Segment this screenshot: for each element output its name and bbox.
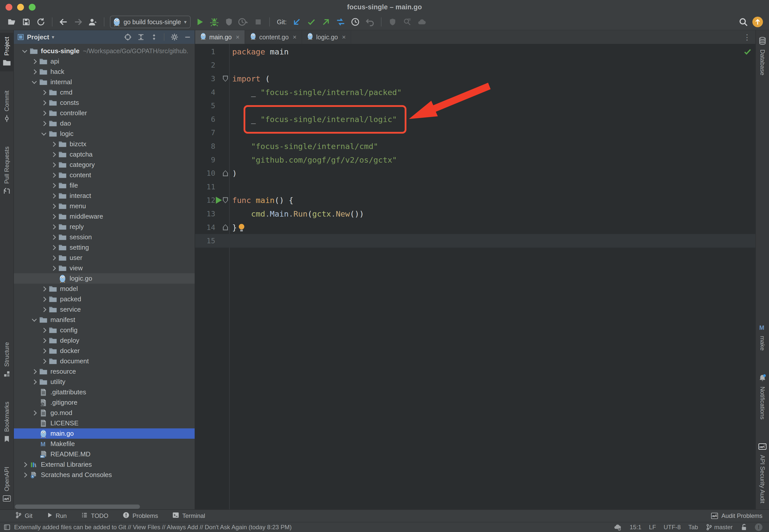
fold-marker-icon[interactable] bbox=[223, 197, 228, 203]
search-icon[interactable] bbox=[738, 16, 749, 27]
close-icon[interactable]: × bbox=[342, 33, 346, 41]
chevron-right-icon[interactable] bbox=[21, 461, 28, 468]
tree-item-readme.md[interactable]: MDREADME.MD bbox=[14, 449, 195, 459]
editor[interactable]: 1package main23import (4 _ "focus-single… bbox=[195, 44, 755, 509]
unlock-icon[interactable] bbox=[740, 523, 747, 531]
chevron-right-icon[interactable] bbox=[50, 192, 57, 199]
chevron-right-icon[interactable] bbox=[50, 244, 57, 251]
tree-item-controller[interactable]: controller bbox=[14, 108, 195, 118]
editor-line-13[interactable]: 13 cmd.Main.Run(gctx.New()) bbox=[195, 207, 755, 221]
tree-item-deploy[interactable]: deploy bbox=[14, 335, 195, 346]
tree-item-focus-single[interactable]: focus-single~/Workspace/Go/GOPATH/src/gi… bbox=[14, 46, 195, 56]
tree-item-dao[interactable]: dao bbox=[14, 118, 195, 129]
chevron-down-icon[interactable] bbox=[40, 130, 47, 137]
horizontal-scrollbar[interactable] bbox=[15, 505, 140, 509]
tree-item-config[interactable]: config bbox=[14, 325, 195, 335]
editor-line-12[interactable]: 12func main() { bbox=[195, 194, 755, 207]
toolwindow-button-project[interactable]: Project bbox=[0, 33, 13, 71]
run-icon[interactable] bbox=[194, 16, 205, 27]
toolwindow-tab-run[interactable]: Run bbox=[47, 512, 67, 520]
tree-item-resource[interactable]: resource bbox=[14, 366, 195, 377]
toolwindow-button-bookmarks[interactable]: Bookmarks bbox=[0, 398, 13, 448]
save-icon[interactable] bbox=[21, 16, 32, 27]
tree-item-cmd[interactable]: cmd bbox=[14, 87, 195, 98]
tree-item-menu[interactable]: menu bbox=[14, 201, 195, 211]
cloud-icon[interactable] bbox=[416, 16, 427, 27]
chevron-right-icon[interactable] bbox=[40, 120, 47, 127]
tree-item-docker[interactable]: docker bbox=[14, 346, 195, 356]
toolwindow-button-structure[interactable]: Structure bbox=[0, 338, 13, 382]
tree-item-service[interactable]: service bbox=[14, 304, 195, 315]
chevron-right-icon[interactable] bbox=[40, 89, 47, 96]
toolwindow-tab-git[interactable]: Git bbox=[15, 512, 33, 520]
tree-item-setting[interactable]: setting bbox=[14, 242, 195, 253]
update-orb-icon[interactable] bbox=[752, 17, 763, 27]
chevron-right-icon[interactable] bbox=[31, 68, 38, 75]
chevron-right-icon[interactable] bbox=[31, 58, 38, 65]
status-message[interactable]: Externally added files can be added to G… bbox=[14, 524, 292, 531]
editor-tab-main.go[interactable]: main.go× bbox=[195, 30, 245, 44]
toolwindow-tab-todo[interactable]: TODO bbox=[81, 512, 108, 520]
tab-options-kebab-icon[interactable]: ⋮ bbox=[739, 30, 755, 44]
chevron-right-icon[interactable] bbox=[50, 161, 57, 168]
tree-item-category[interactable]: category bbox=[14, 160, 195, 170]
git-update-icon[interactable] bbox=[291, 16, 302, 27]
chevron-right-icon[interactable] bbox=[50, 223, 57, 230]
tree-item-user[interactable]: user bbox=[14, 253, 195, 263]
tree-item-internal[interactable]: internal bbox=[14, 77, 195, 87]
chevron-right-icon[interactable] bbox=[40, 347, 47, 354]
tree-item-model[interactable]: model bbox=[14, 284, 195, 294]
fold-marker-icon[interactable] bbox=[223, 76, 228, 82]
tree-item-.gitignore[interactable]: .gitignore bbox=[14, 397, 195, 408]
inspections-ok-icon[interactable] bbox=[743, 47, 752, 56]
tree-item-interact[interactable]: interact bbox=[14, 191, 195, 201]
git-commit-check-icon[interactable] bbox=[306, 16, 317, 27]
editor-line-11[interactable]: 11 bbox=[195, 180, 755, 194]
tree-item-file[interactable]: file bbox=[14, 180, 195, 191]
chevron-right-icon[interactable] bbox=[50, 213, 57, 220]
chevron-right-icon[interactable] bbox=[31, 368, 38, 375]
tree-item-scratches-and-consoles[interactable]: Scratches and Consoles bbox=[14, 470, 195, 480]
tree-item-makefile[interactable]: MMakefile bbox=[14, 439, 195, 449]
chevron-right-icon[interactable] bbox=[50, 234, 57, 241]
profiler-icon[interactable] bbox=[238, 16, 249, 27]
run-configuration-select[interactable]: go build focus-single ▾ bbox=[110, 16, 191, 28]
toolwindow-button-make[interactable]: Mmake bbox=[756, 320, 769, 355]
editor-line-15[interactable]: 15 bbox=[195, 234, 755, 248]
tree-item-logic[interactable]: logic bbox=[14, 129, 195, 139]
tree-item-external-libraries[interactable]: External Libraries bbox=[14, 459, 195, 470]
fold-marker-icon[interactable] bbox=[223, 224, 228, 230]
tree-item-logic.go[interactable]: logic.go bbox=[14, 273, 195, 284]
chevron-right-icon[interactable] bbox=[21, 471, 28, 479]
gear-icon[interactable] bbox=[170, 33, 179, 41]
chevron-right-icon[interactable] bbox=[40, 110, 47, 117]
chevron-right-icon[interactable] bbox=[50, 182, 57, 189]
collapse-all-icon[interactable] bbox=[150, 33, 158, 41]
rollback-icon[interactable] bbox=[364, 16, 375, 27]
tree-item-.gitattributes[interactable]: .gitattributes bbox=[14, 387, 195, 397]
tree-item-middleware[interactable]: middleware bbox=[14, 211, 195, 222]
chevron-right-icon[interactable] bbox=[40, 337, 47, 344]
tree-item-reply[interactable]: reply bbox=[14, 222, 195, 232]
tree-item-go.mod[interactable]: go.mod bbox=[14, 408, 195, 418]
expand-all-icon[interactable] bbox=[137, 33, 145, 41]
chevron-right-icon[interactable] bbox=[31, 378, 38, 386]
chevron-down-icon[interactable]: ▾ bbox=[52, 34, 54, 40]
tree-item-document[interactable]: document bbox=[14, 356, 195, 366]
git-merge-icon[interactable] bbox=[335, 16, 346, 27]
toolwindow-button-api-security-audit[interactable]: /APIAPI Security Audit bbox=[756, 439, 769, 507]
data-sharing-icon[interactable] bbox=[613, 523, 622, 531]
hide-panel-icon[interactable] bbox=[184, 34, 191, 41]
editor-tab-content.go[interactable]: content.go× bbox=[245, 30, 302, 44]
locate-file-icon[interactable] bbox=[124, 33, 132, 41]
editor-line-10[interactable]: 10) bbox=[195, 166, 755, 180]
chevron-right-icon[interactable] bbox=[40, 285, 47, 292]
run-main-icon[interactable] bbox=[216, 197, 222, 204]
tree-item-bizctx[interactable]: bizctx bbox=[14, 139, 195, 149]
tree-item-captcha[interactable]: captcha bbox=[14, 149, 195, 160]
close-icon[interactable]: × bbox=[293, 33, 297, 41]
chevron-right-icon[interactable] bbox=[40, 327, 47, 334]
chevron-right-icon[interactable] bbox=[31, 409, 38, 417]
git-push-icon[interactable] bbox=[320, 16, 332, 27]
tree-item-session[interactable]: session bbox=[14, 232, 195, 242]
